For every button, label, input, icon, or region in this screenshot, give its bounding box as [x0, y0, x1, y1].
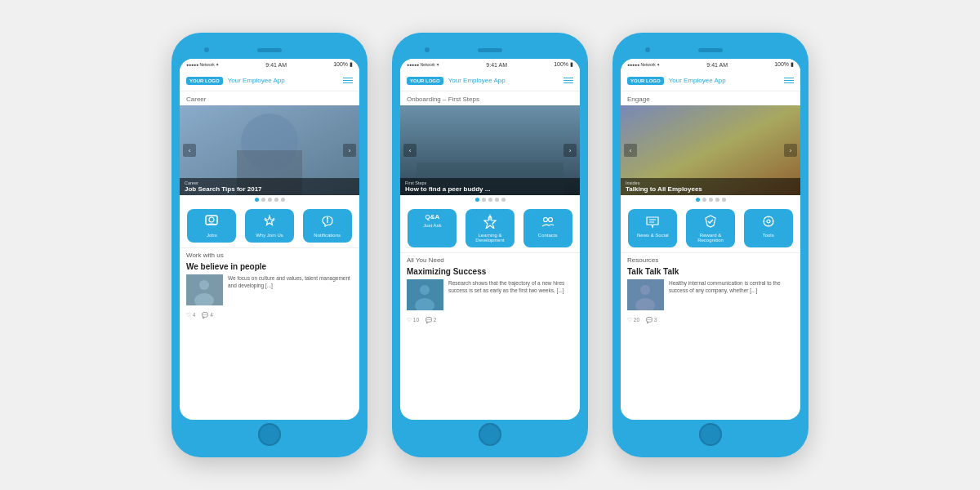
- phone-home-button[interactable]: [699, 423, 722, 446]
- carousel-dot-4[interactable]: [495, 198, 499, 202]
- action-btn-0[interactable]: News & Social: [628, 209, 677, 247]
- carousel-next[interactable]: ›: [784, 144, 797, 157]
- app-header: YOUR LOGOYour Employee App: [400, 70, 580, 91]
- carousel-dot-3[interactable]: [709, 198, 713, 202]
- article-title: Talk Talk Talk: [627, 267, 794, 276]
- logo-badge: YOUR LOGO: [627, 77, 664, 85]
- carousel-dot-3[interactable]: [488, 198, 492, 202]
- article-thumb: [627, 279, 664, 310]
- app-title: Your Employee App: [448, 77, 564, 84]
- app-header: YOUR LOGOYour Employee App: [621, 70, 800, 91]
- svg-point-15: [543, 218, 547, 222]
- action-btn-label: Learning & Development: [472, 233, 508, 243]
- carousel-dot-1[interactable]: [255, 198, 259, 202]
- like-count[interactable]: ♡ 20: [627, 317, 639, 323]
- carousel-dot-2[interactable]: [482, 198, 486, 202]
- phone-camera: [645, 47, 650, 52]
- menu-icon[interactable]: [564, 78, 573, 84]
- carousel-dot-5[interactable]: [281, 198, 285, 202]
- svg-point-25: [767, 220, 770, 223]
- phone-screen-2: ●●●●● Network ✦ 9:41 AM 100% ▮ YOUR LOGO…: [400, 59, 580, 420]
- carousel-dot-4[interactable]: [274, 198, 278, 202]
- carousel-prev[interactable]: ‹: [183, 144, 196, 157]
- action-btn-label: Jobs: [207, 233, 217, 238]
- carousel-prev[interactable]: ‹: [403, 144, 416, 157]
- action-btn-2[interactable]: Contacts: [523, 209, 572, 247]
- action-btn-0[interactable]: Q&AJust Ask: [408, 209, 457, 247]
- carousel: ‹› Insides Talking to All Employees: [621, 105, 800, 195]
- action-btn-1[interactable]: Why Join Us: [245, 209, 294, 243]
- svg-point-24: [764, 216, 773, 226]
- phone-screen-1: ●●●●● Network ✦ 9:41 AM 100% ▮ YOUR LOGO…: [180, 59, 359, 420]
- carousel-dot-2[interactable]: [261, 198, 265, 202]
- action-btn-label: Notifications: [314, 233, 341, 238]
- carousel-tag: First Steps: [405, 180, 575, 185]
- action-btn-label: News & Social: [637, 233, 669, 238]
- carousel-caption: First Steps How to find a peer buddy ...: [400, 178, 580, 195]
- like-count[interactable]: ♡ 4: [186, 312, 195, 318]
- content-section: Work with usWe believe in people We focu…: [180, 247, 359, 310]
- action-btn-2[interactable]: Notifications: [303, 209, 352, 243]
- status-battery: 100% ▮: [333, 61, 353, 68]
- status-time: 9:41 AM: [486, 62, 507, 68]
- action-btn-label: Contacts: [538, 233, 558, 238]
- carousel-tag: Career: [185, 180, 354, 185]
- status-battery: 100% ▮: [554, 61, 573, 68]
- article-row: We focus on culture and values, talent m…: [186, 274, 353, 305]
- menu-icon[interactable]: [784, 78, 794, 84]
- article-text: Research shows that the trajectory of a …: [448, 279, 573, 310]
- carousel-next[interactable]: ›: [343, 144, 356, 157]
- article-title: We believe in people: [186, 262, 353, 271]
- phone-1: ●●●●● Network ✦ 9:41 AM 100% ▮ YOUR LOGO…: [172, 33, 368, 457]
- article-text: Healthy internal communication is centra…: [669, 279, 794, 310]
- phone-speaker: [478, 48, 502, 52]
- status-time: 9:41 AM: [706, 62, 728, 68]
- app-title: Your Employee App: [228, 77, 343, 84]
- comment-count[interactable]: 💬 3: [646, 317, 657, 323]
- action-row: Q&AJust Ask Learning & Development Conta…: [400, 204, 580, 252]
- svg-point-5: [209, 217, 214, 222]
- phone-home-button[interactable]: [479, 423, 501, 446]
- carousel-dot-5[interactable]: [722, 198, 726, 202]
- social-bar: ♡ 10💬 2: [400, 315, 580, 327]
- action-btn-1[interactable]: Learning & Development: [466, 209, 514, 247]
- carousel: ‹› Career Job Search Tips for 2017: [180, 105, 359, 195]
- phone-2: ●●●●● Network ✦ 9:41 AM 100% ▮ YOUR LOGO…: [392, 33, 588, 457]
- menu-icon[interactable]: [343, 78, 353, 84]
- comment-count[interactable]: 💬 4: [202, 312, 212, 318]
- svg-point-7: [327, 217, 328, 219]
- app-header: YOUR LOGOYour Employee App: [180, 70, 359, 91]
- carousel-dot-5[interactable]: [501, 198, 506, 202]
- carousel-dot-2[interactable]: [702, 198, 706, 202]
- qa-icon: Q&A: [425, 214, 439, 220]
- status-signal: ●●●●● Network ✦: [186, 62, 219, 67]
- carousel-dot-4[interactable]: [715, 198, 719, 202]
- carousel: ‹› First Steps How to find a peer buddy …: [400, 105, 580, 195]
- action-btn-label: Why Join Us: [256, 233, 283, 238]
- comment-count[interactable]: 💬 2: [425, 317, 436, 323]
- svg-point-31: [640, 285, 650, 295]
- carousel-dot-3[interactable]: [268, 198, 272, 202]
- person-icon: [204, 214, 219, 230]
- chat-icon: [645, 214, 660, 230]
- contacts-icon: [541, 214, 555, 230]
- tools-icon: [761, 214, 776, 230]
- like-count[interactable]: ♡ 10: [407, 317, 419, 323]
- action-btn-label: Reward & Recognition: [693, 233, 728, 243]
- carousel-dot-1[interactable]: [475, 198, 479, 202]
- phone-home-button[interactable]: [258, 423, 281, 446]
- phone-top-bar: [180, 41, 359, 59]
- action-btn-2[interactable]: Tools: [744, 209, 793, 247]
- action-btn-1[interactable]: Reward & Recognition: [686, 209, 735, 247]
- phone-speaker: [698, 48, 723, 52]
- article-thumb: [407, 279, 443, 310]
- graduation-icon: [483, 214, 497, 230]
- carousel-dot-1[interactable]: [696, 198, 700, 202]
- carousel-next[interactable]: ›: [564, 144, 577, 157]
- section-heading: Onboarding – First Steps: [400, 91, 580, 105]
- status-bar: ●●●●● Network ✦ 9:41 AM 100% ▮: [400, 59, 580, 70]
- action-btn-0[interactable]: Jobs: [187, 209, 236, 243]
- carousel-prev[interactable]: ‹: [624, 144, 637, 157]
- section-heading: Career: [180, 91, 359, 105]
- carousel-title: Talking to All Employees: [626, 185, 795, 193]
